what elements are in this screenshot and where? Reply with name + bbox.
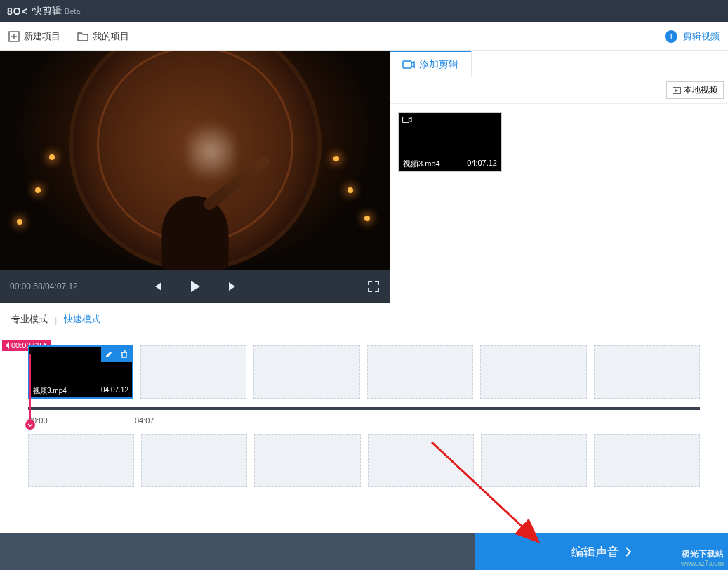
clip-overlay: 视频3.mp4 04:07.12 — [399, 157, 501, 171]
playhead-knob[interactable] — [25, 420, 35, 430]
plus-square-icon — [8, 31, 20, 42]
time-display: 00:00.68/04:07.12 — [10, 281, 78, 291]
edit-audio-label: 编辑声音 — [571, 544, 619, 560]
my-projects-button[interactable]: 我的项目 — [77, 30, 129, 43]
my-projects-label: 我的项目 — [93, 30, 129, 43]
local-video-button[interactable]: 本地视频 — [666, 81, 724, 99]
empty-slot[interactable] — [368, 434, 474, 487]
empty-slot[interactable] — [594, 345, 700, 399]
empty-slot[interactable] — [594, 434, 700, 487]
player-controls: 00:00.68/04:07.12 — [0, 270, 390, 303]
divider: | — [55, 314, 57, 325]
empty-slot[interactable] — [480, 345, 586, 399]
timeline-clip[interactable]: 视频3.mp4 04:07.12 — [28, 345, 133, 399]
bottom-bar-left — [0, 533, 475, 570]
playhead-line[interactable] — [29, 354, 31, 424]
camera-icon — [402, 60, 415, 69]
new-project-button[interactable]: 新建项目 — [8, 30, 60, 43]
empty-slot[interactable] — [253, 345, 359, 399]
empty-slot[interactable] — [140, 345, 246, 399]
video-track[interactable]: 视频3.mp4 04:07.12 — [0, 345, 728, 403]
prev-button[interactable] — [152, 281, 163, 292]
empty-slot[interactable] — [254, 434, 360, 487]
timeline-clip-filename: 视频3.mp4 — [33, 386, 67, 396]
clip-filename: 视频3.mp4 — [403, 159, 440, 169]
empty-slot[interactable] — [481, 434, 587, 487]
tab-add-clip[interactable]: 添加剪辑 — [390, 51, 472, 77]
timeline: 00:00.68 视频3.mp4 04:07.12 00:00 04:07 — [0, 336, 728, 533]
beta-tag: Beta — [65, 7, 81, 15]
trash-icon — [120, 350, 128, 359]
local-video-label: 本地视频 — [684, 84, 717, 96]
side-panel: 添加剪辑 本地视频 视频3.mp4 04:07.12 — [390, 51, 728, 303]
audio-track[interactable] — [0, 434, 728, 491]
play-square-icon — [673, 87, 681, 94]
new-project-label: 新建项目 — [24, 30, 60, 43]
app-name: 快剪辑 — [32, 5, 62, 18]
mode-bar: 专业模式 | 快速模式 — [0, 303, 728, 336]
bottom-bar: 编辑声音 极光下载站 www.xz7.com — [0, 533, 728, 570]
fast-mode-link[interactable]: 快速模式 — [64, 313, 100, 326]
chevron-right-icon — [625, 547, 632, 557]
video-player: 00:00.68/04:07.12 — [0, 51, 390, 303]
watermark: 极光下载站 www.xz7.com — [681, 550, 724, 567]
video-preview[interactable] — [0, 51, 390, 270]
camera-icon — [402, 116, 412, 124]
time-ruler[interactable]: 00:00 04:07 — [28, 403, 700, 425]
folder-icon — [77, 32, 88, 41]
next-button[interactable] — [227, 281, 239, 292]
timeline-clip-duration: 04:07.12 — [101, 386, 128, 396]
tab-add-clip-label: 添加剪辑 — [419, 58, 458, 71]
edit-clip-button[interactable] — [101, 347, 117, 362]
play-button[interactable] — [188, 279, 202, 293]
step-number-badge: 1 — [665, 30, 677, 43]
side-panel-tabs: 添加剪辑 — [390, 51, 728, 77]
edit-audio-button[interactable]: 编辑声音 极光下载站 www.xz7.com — [475, 533, 728, 570]
titlebar: 8O< 快剪辑 Beta — [0, 0, 728, 22]
clip-duration: 04:07.12 — [467, 159, 497, 169]
clips-area: 视频3.mp4 04:07.12 — [390, 104, 728, 180]
empty-slot[interactable] — [28, 434, 134, 487]
empty-slot[interactable] — [367, 345, 473, 399]
pro-mode-link[interactable]: 专业模式 — [11, 313, 48, 326]
step-indicator[interactable]: 1 剪辑视频 — [665, 30, 720, 43]
delete-clip-button[interactable] — [117, 347, 132, 362]
empty-slot[interactable] — [141, 434, 247, 487]
toolbar: 新建项目 我的项目 1 剪辑视频 — [0, 22, 728, 51]
step-label: 剪辑视频 — [683, 30, 720, 43]
pencil-icon — [105, 350, 113, 359]
svg-rect-5 — [403, 117, 409, 123]
app-logo: 8O< — [7, 6, 28, 17]
fullscreen-button[interactable] — [367, 280, 380, 293]
clip-thumbnail[interactable]: 视频3.mp4 04:07.12 — [398, 112, 502, 172]
ruler-tick: 04:07 — [135, 416, 154, 425]
svg-rect-3 — [403, 61, 411, 68]
